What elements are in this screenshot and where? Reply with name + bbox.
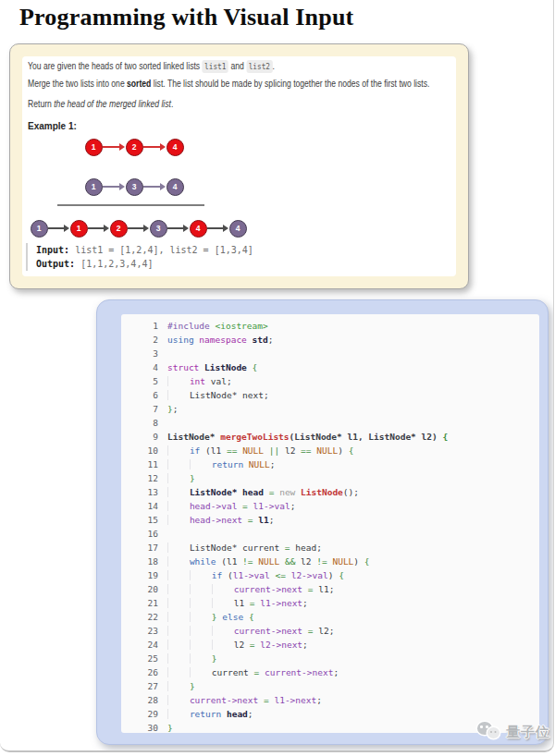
code-line: 19 if (l1->val <= l2->val) { [127,568,539,582]
code-line: 25 } [127,652,539,665]
line-number: 2 [127,333,167,347]
line-number: 21 [127,596,167,610]
io-input-row: Input: list1 = [1,2,4], list2 = [1,3,4] [36,243,253,257]
code-line: 15 head->next = l1; [127,513,539,527]
code-line: 6 ListNode* next; [127,388,539,402]
code-line: 10 if (l1 == NULL || l2 == NULL) { [127,444,539,457]
diagram-divider [57,204,204,206]
code-line: 26 current = current->next; [127,665,539,679]
problem-card: You are given the heads of two sorted li… [9,43,469,289]
line-number: 1 [127,319,167,333]
line-number: 3 [127,347,167,360]
line-number: 29 [127,707,167,721]
list-node: 4 [229,220,247,238]
arrowhead-icon [183,225,189,232]
code-line: 14 head->val = l1->val; [127,499,539,513]
line-number: 18 [127,555,167,568]
code-line: 3 [127,347,539,360]
line-number: 23 [127,624,167,638]
arrow [88,227,104,229]
problem-content: You are given the heads of two sorted li… [22,56,456,276]
list-node: 3 [126,178,143,196]
line-number: 28 [127,693,167,707]
arrowhead-icon [119,183,125,190]
arrowhead-icon [119,143,125,151]
io-output-row: Output: [1,1,2,3,4,4] [36,257,253,271]
code-line: 12 } [127,471,539,485]
list-node: 1 [70,220,88,238]
line-number: 24 [127,638,167,652]
code-line: 8 [127,416,539,430]
input-label: Input: [36,245,69,255]
code-line: 27 } [127,679,539,693]
arrow [103,186,119,188]
list-node: 1 [85,178,103,196]
list-node: 4 [166,178,184,196]
code-line: 17 ListNode* current = head; [127,541,539,555]
arrowhead-icon [160,143,166,151]
line-number: 16 [127,527,167,541]
code-panel: 1#include <iostream>2using namespace std… [96,299,549,745]
line-number: 7 [127,402,167,416]
arrow [167,227,183,229]
code-line: 5 int val; [127,374,539,388]
code-line: 20 current->next = l1; [127,582,539,596]
arrowhead-icon [160,183,166,190]
code-line: 9ListNode* mergeTwoLists(ListNode* l1, L… [127,430,539,444]
line-number: 4 [127,360,167,374]
code-line: 13 ListNode* head = new ListNode(); [127,485,539,499]
code-lines: 1#include <iostream>2using namespace std… [121,314,539,733]
arrow [128,227,143,229]
list-node: 1 [85,139,103,156]
arrowhead-icon [64,225,69,232]
line-number: 6 [127,388,167,402]
code-editor: 1#include <iostream>2using namespace std… [121,314,539,733]
arrow [143,146,160,148]
arrowhead-icon [223,225,228,232]
list-node: 4 [190,220,207,238]
code-line: 23 current->next = l2; [127,624,539,638]
wechat-bubbles-icon [477,722,503,742]
line-number: 20 [127,582,167,596]
line-number: 19 [127,568,167,582]
line-number: 14 [127,499,167,513]
code-line: 16 [127,527,539,541]
line-number: 17 [127,541,167,555]
code-line: 18 while (l1 != NULL && l2 != NULL) { [127,555,539,568]
output-label: Output: [36,259,75,269]
code-line: 11 return NULL; [127,457,539,471]
input-value: list1 = [1,2,4], list2 = [1,3,4] [69,245,253,255]
line-number: 30 [127,721,167,733]
line-number: 5 [127,374,167,388]
code-line: 29 return head; [127,707,539,721]
line-number: 25 [127,652,167,665]
list-node: 1 [31,220,48,238]
arrowhead-icon [104,225,109,232]
arrow [143,186,160,188]
code-line: 24 l2 = l2->next; [127,638,539,652]
list-node: 2 [110,220,128,238]
list-node: 3 [150,220,167,238]
qbitai-watermark: 量子位 [477,722,550,742]
line-number: 11 [127,457,167,471]
arrow [48,227,64,229]
line-number: 27 [127,679,167,693]
code-line: 1#include <iostream> [127,319,539,333]
line-number: 22 [127,610,167,624]
arrowhead-icon [143,225,149,232]
watermark-text: 量子位 [506,724,550,741]
line-number: 15 [127,513,167,527]
code-line: 28 current->next = l1->next; [127,693,539,707]
line-number: 10 [127,444,167,457]
code-line: 21 l1 = l1->next; [127,596,539,610]
arrow [207,227,223,229]
line-number: 12 [127,471,167,485]
arrow [103,146,119,148]
code-line: 22 } else { [127,610,539,624]
line-number: 9 [127,430,167,444]
example-io-block: Input: list1 = [1,2,4], list2 = [1,3,4] … [26,243,253,271]
line-number: 13 [127,485,167,499]
line-number: 8 [127,416,167,430]
code-line: 7}; [127,402,539,416]
page: Programming with Visual Input You are gi… [0,0,554,752]
